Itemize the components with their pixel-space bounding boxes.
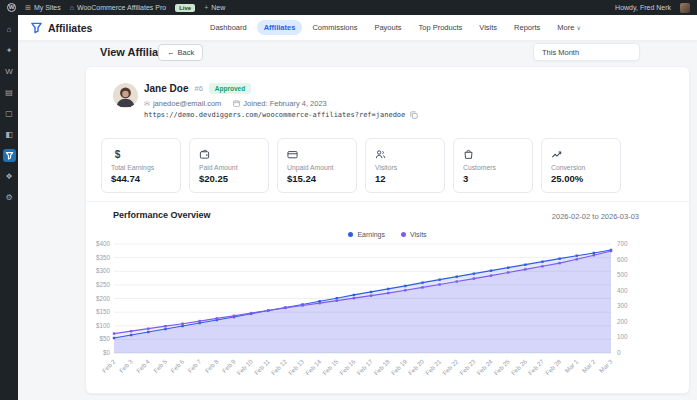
dashboard-icon[interactable]: ⌂: [3, 23, 16, 36]
copy-icon[interactable]: [410, 111, 418, 119]
back-arrow-icon: ←: [167, 48, 175, 57]
stat-value: 25.00%: [551, 173, 611, 184]
svg-text:Feb 23: Feb 23: [458, 357, 477, 376]
credit-card-icon: [287, 146, 347, 159]
person-photo: [113, 83, 138, 108]
admin-sidebar: ⌂✦W▤▢◧❖⚙: [0, 15, 18, 400]
stat-card-conversion: Conversion25.00%: [541, 138, 621, 193]
stat-card-visitors: Visitors12: [365, 138, 445, 193]
brand[interactable]: Affiliates: [30, 21, 92, 34]
stat-value: 3: [463, 173, 523, 184]
affiliate-panel: Jane Doe #6 Approved ✉ janedoe@email.com…: [85, 66, 690, 394]
settings-icon[interactable]: ⚙: [3, 191, 16, 204]
comments-icon[interactable]: ◧: [3, 128, 16, 141]
tab-more[interactable]: More∨: [550, 20, 588, 35]
tab-visits[interactable]: Visits: [472, 20, 504, 35]
period-select-value: This Month: [542, 48, 579, 57]
tab-label: Visits: [479, 23, 497, 32]
my-sites-label: My Sites: [34, 4, 61, 11]
legend-item-earnings[interactable]: Earnings: [348, 231, 385, 238]
svg-text:Feb 28: Feb 28: [544, 357, 563, 376]
jetpack-icon[interactable]: ✦: [3, 44, 16, 57]
media-icon[interactable]: ▤: [3, 86, 16, 99]
stat-label: Conversion: [551, 164, 611, 171]
svg-text:Mar 2: Mar 2: [580, 357, 597, 374]
stat-value: $15.24: [287, 173, 347, 184]
legend-label: Visits: [410, 231, 427, 238]
status-badge: Approved: [209, 83, 251, 94]
calendar-icon: [233, 100, 240, 107]
svg-text:$100: $100: [96, 322, 111, 329]
tab-top-products[interactable]: Top Products: [412, 20, 470, 35]
svg-text:$250: $250: [96, 281, 111, 288]
tab-commissions[interactable]: Commissions: [305, 20, 364, 35]
user-avatar[interactable]: [680, 3, 690, 13]
tab-label: Reports: [514, 23, 540, 32]
svg-text:Feb 12: Feb 12: [270, 357, 289, 376]
svg-text:Feb 7: Feb 7: [186, 357, 203, 374]
svg-text:Feb 14: Feb 14: [304, 357, 323, 376]
new-menu[interactable]: + New: [204, 4, 225, 11]
chevron-down-icon: ∨: [576, 24, 580, 31]
svg-text:Feb 10: Feb 10: [235, 357, 254, 376]
stat-card-paid-amount: Paid Amount$20.25: [189, 138, 269, 193]
svg-text:700: 700: [617, 241, 628, 247]
svg-text:$400: $400: [96, 241, 111, 247]
svg-text:400: 400: [617, 287, 628, 294]
tab-payouts[interactable]: Payouts: [367, 20, 408, 35]
tab-label: Affiliates: [264, 23, 296, 32]
my-sites-menu[interactable]: ⊞ My Sites: [25, 4, 61, 12]
referral-url: https://demo.devdiggers.com/woocommerce-…: [144, 111, 405, 119]
stat-card-total-earnings: $Total Earnings$44.74: [101, 138, 181, 193]
svg-text:Feb 6: Feb 6: [169, 357, 186, 374]
main-nav: DashboardAffiliatesCommissionsPayoutsTop…: [203, 20, 588, 35]
joined-item: Joined: February 4, 2023: [233, 99, 326, 108]
tab-label: Top Products: [419, 23, 463, 32]
affiliate-avatar: [113, 83, 138, 108]
legend-item-visits[interactable]: Visits: [401, 231, 427, 238]
svg-text:$300: $300: [96, 267, 111, 274]
svg-text:Feb 8: Feb 8: [203, 357, 220, 374]
stat-label: Unpaid Amount: [287, 164, 347, 171]
svg-text:Feb 19: Feb 19: [389, 357, 408, 376]
stat-value: $44.74: [111, 173, 171, 184]
screen: W ⊞ My Sites ⌂ WooCommerce Affiliates Pr…: [0, 0, 697, 400]
svg-text:Feb 25: Feb 25: [492, 357, 511, 376]
tab-dashboard[interactable]: Dashboard: [203, 20, 254, 35]
svg-text:Feb 26: Feb 26: [509, 357, 528, 376]
app-title: Affiliates: [48, 22, 92, 34]
howdy-menu[interactable]: Howdy, Fred Nerk: [615, 4, 671, 11]
svg-text:200: 200: [617, 318, 628, 325]
wordpress-logo-icon[interactable]: W: [7, 3, 16, 12]
new-label: New: [211, 4, 225, 11]
affiliate-joined: Joined: February 4, 2023: [243, 99, 326, 108]
home-icon: ⌂: [70, 4, 74, 11]
stat-card-unpaid-amount: Unpaid Amount$15.24: [277, 138, 357, 193]
plugins-icon[interactable]: ❖: [3, 170, 16, 183]
pages-icon[interactable]: ▢: [3, 107, 16, 120]
live-badge: Live: [175, 4, 195, 12]
back-button[interactable]: ← Back: [158, 44, 203, 61]
stats-row: $Total Earnings$44.74Paid Amount$20.25Un…: [101, 138, 621, 193]
back-label: Back: [178, 48, 195, 57]
svg-text:300: 300: [617, 302, 628, 309]
wallet-icon: [199, 146, 259, 159]
svg-text:$50: $50: [99, 335, 110, 342]
affiliates-icon[interactable]: [3, 149, 16, 162]
site-menu[interactable]: ⌂ WooCommerce Affiliates Pro: [70, 4, 166, 11]
tab-affiliates[interactable]: Affiliates: [257, 20, 303, 35]
email-item: ✉ janedoe@email.com: [144, 99, 221, 108]
tab-reports[interactable]: Reports: [507, 20, 547, 35]
legend-label: Earnings: [357, 231, 385, 238]
affiliate-email: janedoe@email.com: [153, 99, 221, 108]
tab-label: Payouts: [374, 23, 401, 32]
svg-text:500: 500: [617, 271, 628, 278]
svg-text:Feb 11: Feb 11: [253, 357, 272, 376]
performance-chart[interactable]: $0$50$100$150$200$250$300$350$4000100200…: [94, 241, 679, 391]
svg-text:Feb 3: Feb 3: [118, 357, 135, 374]
svg-text:Feb 20: Feb 20: [407, 357, 426, 376]
stat-label: Customers: [463, 164, 523, 171]
woocommerce-icon[interactable]: W: [3, 65, 16, 78]
legend-dot: [348, 232, 353, 237]
period-select[interactable]: This Month: [533, 43, 640, 61]
